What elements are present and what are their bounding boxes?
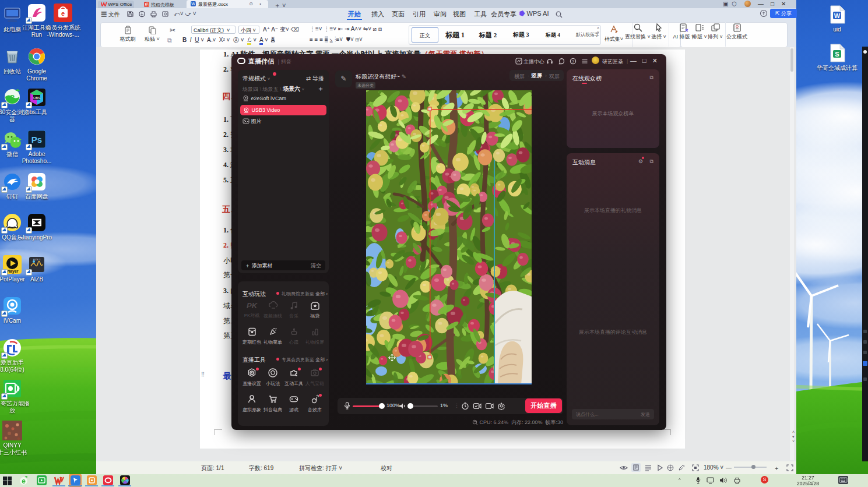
svg-text:S: S: [835, 51, 839, 58]
svg-text:e: e: [10, 91, 15, 101]
svg-text:OBS: OBS: [33, 96, 41, 100]
svg-text:AIZB-3: AIZB-3: [33, 258, 41, 261]
svg-text:Ps: Ps: [31, 135, 42, 144]
svg-text:?: ?: [572, 59, 574, 63]
svg-text:e: e: [22, 477, 26, 485]
svg-text:W: W: [834, 12, 841, 19]
svg-text:e: e: [61, 10, 65, 17]
